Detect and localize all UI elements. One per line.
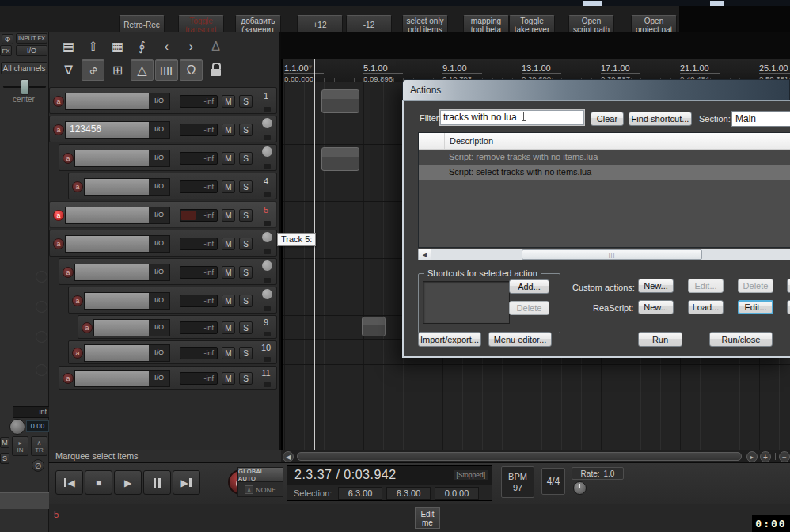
track-name-input[interactable] [85,345,149,361]
track-io-button[interactable]: I/O [149,150,169,166]
mixer-mute-button[interactable]: M [0,437,9,448]
track-row-6[interactable]: aI/O-infMS [49,230,277,256]
track-name-input[interactable]: 123456 [66,122,149,138]
selection-value-2[interactable]: 6.3.00 [386,487,431,500]
record-arm-button[interactable]: a [53,210,64,221]
track-volume-fader[interactable]: -inf [180,266,218,279]
cut-button-sliver[interactable] [787,279,790,293]
track-row-9[interactable]: aI/O-infMS9 [78,315,277,339]
playback-position[interactable]: 2.3.37 / 0:03.942 [294,468,397,482]
rate-display[interactable]: Rate: 1.0 [572,467,624,480]
record-arm-button[interactable]: a [53,238,64,249]
track-io-button[interactable]: I/O [149,207,169,223]
track-volume-fader[interactable]: -inf [180,294,218,307]
filter-icon[interactable]: ∇ [57,59,80,81]
track-volume-fader[interactable]: -inf [180,180,218,193]
channels-select[interactable]: All channels [1,62,47,74]
track-name-input[interactable] [94,320,149,336]
auto-mode-button[interactable]: ∧ NONE [238,481,283,497]
track-row-3[interactable]: aI/O-infMS [59,144,277,171]
go-to-start-button[interactable]: ◀ [55,470,83,495]
power-icon[interactable]: Φ [2,34,13,44]
description-column-header[interactable]: Description [445,136,493,146]
track-solo-button[interactable]: S [239,124,253,136]
redo-icon[interactable]: › [180,36,203,57]
reascript-load-button[interactable]: Load... [688,300,724,314]
new-project-icon[interactable]: ▤ [57,36,80,57]
play-button[interactable]: ▶ [114,470,142,495]
track-io-button[interactable]: I/O [149,293,169,309]
mixer-volume-value[interactable]: -inf [13,406,50,418]
track-row-1[interactable]: aI/O-infMS1 [49,87,277,114]
track-name-input[interactable] [75,150,149,166]
time-signature-display[interactable]: 4/4 [541,468,565,495]
track-row-10[interactable]: aI/O-infMS10 [68,340,277,364]
track-mute-button[interactable]: M [222,209,235,222]
action-row-1[interactable]: Script: remove tracks with no items.lua [419,150,790,165]
fx-button[interactable]: FX [0,45,12,56]
track-solo-button[interactable]: S [239,238,253,250]
track-mute-button[interactable]: M [222,124,235,136]
magnet-icon[interactable]: Ω [180,59,203,81]
record-arm-button[interactable]: a [72,181,83,192]
track-volume-fader[interactable]: -inf [180,152,218,165]
link-icon[interactable]: ∞ [82,59,104,81]
track-name-input[interactable] [66,93,149,109]
track-volume-fader[interactable]: -inf [180,209,218,222]
pause-button[interactable] [143,470,171,495]
record-arm-button[interactable]: a [72,348,83,359]
track-mute-button[interactable]: M [222,372,235,385]
record-arm-button[interactable]: a [82,322,93,333]
media-item-3[interactable] [362,317,386,336]
record-arm-button[interactable]: a [53,96,64,107]
track-solo-button[interactable]: S [239,372,253,385]
track-io-button[interactable]: I/O [149,320,169,336]
import-export-button[interactable]: Import/export... [418,332,481,347]
track-row-5[interactable]: aI/O-infMS5 [49,201,277,228]
track-solo-button[interactable]: S [239,180,253,193]
shortcut-column-header[interactable] [419,133,445,149]
selection-value-1[interactable]: 6.3.00 [338,487,382,500]
track-mute-button[interactable]: M [222,347,235,359]
rate-value[interactable]: 1.0 [604,469,615,478]
record-arm-button[interactable]: a [63,153,74,164]
dialog-titlebar[interactable]: Actions [402,79,790,100]
track-io-button[interactable]: I/O [149,370,169,386]
find-shortcut-button[interactable]: Find shortcut... [629,112,692,126]
list-header[interactable]: Description [419,133,790,150]
menu-editor-button[interactable]: Menu editor... [488,332,552,347]
track-io-button[interactable]: I/O [149,345,169,361]
scroll-left-icon[interactable]: ◀ [283,451,294,462]
media-item-1[interactable] [321,89,359,113]
track-solo-button[interactable]: S [239,321,253,334]
grid-lines-icon[interactable]: |||| [155,59,178,81]
cut-button-sliver[interactable] [787,300,790,314]
reascript-edit-button[interactable]: Edit... [738,300,773,314]
mixer-solo-button[interactable]: S [0,453,9,464]
scroll-right-icon[interactable]: ▸ [746,451,758,462]
lock-icon[interactable] [204,59,227,81]
track-solo-button[interactable]: S [239,266,253,279]
track-io-button[interactable]: I/O [149,122,169,138]
bpm-display[interactable]: BPM 97 [501,466,534,498]
track-solo-button[interactable]: S [239,209,253,222]
monitor-button[interactable]: ▸ IN [12,436,28,456]
undo-icon[interactable]: ‹ [155,36,178,57]
track-solo-button[interactable]: S [239,294,253,307]
bpm-value[interactable]: 97 [513,482,522,493]
shortcut-listbox[interactable] [423,281,510,324]
track-solo-button[interactable]: S [239,95,253,108]
track-volume-fader[interactable]: -inf [180,124,218,136]
record-arm-button[interactable]: a [53,124,64,135]
action-list[interactable]: Description Script: remove tracks with n… [418,132,790,248]
custom-delete-button[interactable]: Delete [738,279,773,293]
horizontal-scrollbar[interactable]: ◀ ▸ + − [281,450,790,462]
track-mute-button[interactable]: M [222,95,235,108]
filter-input[interactable]: tracks with no lua [440,110,584,125]
clear-button[interactable]: Clear [591,112,624,126]
record-arm-button[interactable]: a [63,373,74,384]
input-fx-button[interactable]: INPUT FX [16,33,47,44]
stop-button[interactable]: ■ [85,470,112,495]
delete-shortcut-button[interactable]: Delete [509,301,549,315]
track-volume-fader[interactable]: -inf [180,372,218,385]
